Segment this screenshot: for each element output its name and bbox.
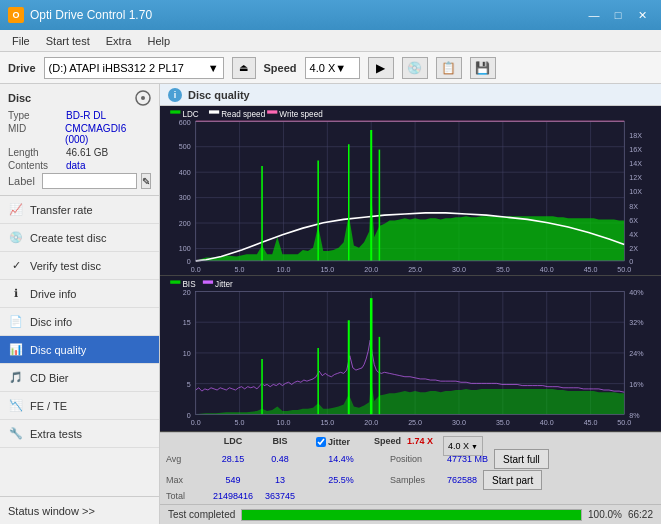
sidebar-item-disc-info[interactable]: 📄 Disc info bbox=[0, 308, 159, 336]
play-button[interactable]: ▶ bbox=[368, 57, 394, 79]
disc-section-title: Disc bbox=[8, 92, 31, 104]
sidebar-item-drive-info[interactable]: ℹ Drive info bbox=[0, 280, 159, 308]
svg-text:10.0: 10.0 bbox=[277, 418, 291, 427]
sidebar-item-cd-bier[interactable]: 🎵 CD Bier bbox=[0, 364, 159, 392]
contents-value: data bbox=[66, 160, 85, 171]
label-edit-button[interactable]: ✎ bbox=[141, 173, 151, 189]
charts-area: LDC Read speed Write speed bbox=[160, 106, 661, 432]
sidebar-label-cd-bier: CD Bier bbox=[30, 372, 69, 384]
title-bar: O Opti Drive Control 1.70 — □ ✕ bbox=[0, 0, 661, 30]
speed-stats-value: 1.74 X bbox=[407, 436, 433, 448]
minimize-button[interactable]: — bbox=[583, 4, 605, 26]
sidebar-label-transfer-rate: Transfer rate bbox=[30, 204, 93, 216]
app-title: Opti Drive Control 1.70 bbox=[30, 8, 152, 22]
disc-button[interactable]: 💿 bbox=[402, 57, 428, 79]
disc-quality-icon: 📊 bbox=[8, 342, 24, 358]
menu-help[interactable]: Help bbox=[139, 33, 178, 49]
menu-start-test[interactable]: Start test bbox=[38, 33, 98, 49]
svg-rect-65 bbox=[203, 280, 213, 283]
svg-rect-3 bbox=[170, 110, 180, 113]
disc-icon bbox=[135, 90, 151, 106]
speed-label: Speed bbox=[264, 62, 297, 74]
maximize-button[interactable]: □ bbox=[607, 4, 629, 26]
svg-text:15.0: 15.0 bbox=[320, 418, 334, 427]
progress-bar-area: Test completed 100.0% 66:22 bbox=[160, 504, 661, 524]
svg-text:20.0: 20.0 bbox=[364, 418, 378, 427]
drive-info-icon: ℹ bbox=[8, 286, 24, 302]
svg-text:400: 400 bbox=[179, 167, 191, 176]
menu-extra[interactable]: Extra bbox=[98, 33, 140, 49]
svg-text:14X: 14X bbox=[629, 159, 642, 168]
jitter-checkbox[interactable] bbox=[316, 437, 326, 447]
svg-text:18X: 18X bbox=[629, 130, 642, 139]
chart1-svg: LDC Read speed Write speed bbox=[160, 106, 661, 275]
progress-bar-inner bbox=[242, 510, 581, 520]
sidebar: Disc Type BD-R DL MID CMCMAGDI6 (000) Le… bbox=[0, 84, 160, 524]
ldc-header: LDC bbox=[208, 436, 258, 448]
disc-info-icon: 📄 bbox=[8, 314, 24, 330]
svg-text:Write speed: Write speed bbox=[279, 109, 323, 119]
drive-dropdown[interactable]: (D:) ATAPI iHBS312 2 PL17 ▼ bbox=[44, 57, 224, 79]
eject-button[interactable]: ⏏ bbox=[232, 57, 256, 79]
sidebar-item-create-test-disc[interactable]: 💿 Create test disc bbox=[0, 224, 159, 252]
jitter-header: Jitter bbox=[328, 437, 350, 447]
sidebar-item-fe-te[interactable]: 📉 FE / TE bbox=[0, 392, 159, 420]
label-row: Label ✎ bbox=[8, 173, 151, 189]
svg-text:15: 15 bbox=[183, 317, 191, 326]
type-label: Type bbox=[8, 110, 66, 121]
disc-panel: Disc Type BD-R DL MID CMCMAGDI6 (000) Le… bbox=[0, 84, 159, 196]
disc-quality-title: Disc quality bbox=[188, 89, 250, 101]
mid-label: MID bbox=[8, 123, 65, 145]
verify-test-disc-icon: ✓ bbox=[8, 258, 24, 274]
label-input[interactable] bbox=[42, 173, 137, 189]
start-full-button[interactable]: Start full bbox=[494, 449, 549, 469]
drive-select-text: (D:) ATAPI iHBS312 2 PL17 bbox=[49, 62, 204, 74]
total-label: Total bbox=[166, 491, 206, 501]
title-bar-left: O Opti Drive Control 1.70 bbox=[8, 7, 152, 23]
main-layout: Disc Type BD-R DL MID CMCMAGDI6 (000) Le… bbox=[0, 84, 661, 524]
speed-dropdown[interactable]: 4.0 X ▼ bbox=[305, 57, 360, 79]
create-test-disc-icon: 💿 bbox=[8, 230, 24, 246]
svg-point-1 bbox=[141, 96, 145, 100]
sidebar-item-disc-quality[interactable]: 📊 Disc quality bbox=[0, 336, 159, 364]
status-window-button[interactable]: Status window >> bbox=[0, 496, 159, 524]
svg-text:35.0: 35.0 bbox=[496, 418, 510, 427]
svg-text:35.0: 35.0 bbox=[496, 265, 510, 274]
svg-text:200: 200 bbox=[179, 219, 191, 228]
start-part-button[interactable]: Start part bbox=[483, 470, 542, 490]
stats-bar: LDC BIS Jitter Speed 1.74 X 4.0 X ▼ bbox=[160, 432, 661, 504]
svg-text:20.0: 20.0 bbox=[364, 265, 378, 274]
chart1-container: LDC Read speed Write speed bbox=[160, 106, 661, 276]
svg-rect-5 bbox=[209, 110, 219, 113]
menu-file[interactable]: File bbox=[4, 33, 38, 49]
speed-dropdown-arrow: ▼ bbox=[335, 62, 346, 74]
svg-text:40.0: 40.0 bbox=[540, 418, 554, 427]
sidebar-item-transfer-rate[interactable]: 📈 Transfer rate bbox=[0, 196, 159, 224]
mid-value: CMCMAGDI6 (000) bbox=[65, 123, 151, 145]
disc-type-row: Type BD-R DL bbox=[8, 110, 151, 121]
length-label: Length bbox=[8, 147, 66, 158]
title-controls: — □ ✕ bbox=[583, 4, 653, 26]
label-label: Label bbox=[8, 175, 38, 187]
sidebar-label-drive-info: Drive info bbox=[30, 288, 76, 300]
position-value: 47731 MB bbox=[447, 454, 488, 464]
drive-bar: Drive (D:) ATAPI iHBS312 2 PL17 ▼ ⏏ Spee… bbox=[0, 52, 661, 84]
clipboard-button[interactable]: 📋 bbox=[436, 57, 462, 79]
position-label: Position bbox=[390, 454, 445, 464]
close-button[interactable]: ✕ bbox=[631, 4, 653, 26]
svg-text:30.0: 30.0 bbox=[452, 418, 466, 427]
svg-text:16%: 16% bbox=[629, 379, 644, 388]
sidebar-item-verify-test-disc[interactable]: ✓ Verify test disc bbox=[0, 252, 159, 280]
progress-time: 66:22 bbox=[628, 509, 653, 520]
disc-quality-panel-icon: i bbox=[168, 88, 182, 102]
disc-contents-row: Contents data bbox=[8, 160, 151, 171]
svg-text:4X: 4X bbox=[629, 230, 638, 239]
disc-mid-row: MID CMCMAGDI6 (000) bbox=[8, 123, 151, 145]
svg-text:10: 10 bbox=[183, 348, 191, 357]
svg-text:12X: 12X bbox=[629, 173, 642, 182]
save-button[interactable]: 💾 bbox=[470, 57, 496, 79]
svg-text:50.0: 50.0 bbox=[617, 418, 631, 427]
sidebar-label-disc-quality: Disc quality bbox=[30, 344, 86, 356]
sidebar-item-extra-tests[interactable]: 🔧 Extra tests bbox=[0, 420, 159, 448]
svg-text:0.0: 0.0 bbox=[191, 265, 201, 274]
